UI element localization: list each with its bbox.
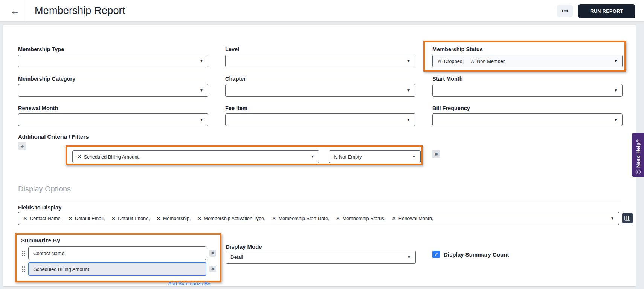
selected-tokens: ✕Contact Name, ✕Default Email, ✕Default …: [23, 216, 433, 221]
close-icon: ✖: [211, 251, 214, 255]
filter-label: Membership Category: [18, 75, 208, 82]
membership-type-dropdown[interactable]: ▼: [18, 55, 208, 67]
remove-token-icon[interactable]: ✕: [470, 58, 475, 64]
chevron-down-icon: ▼: [200, 59, 203, 63]
back-button[interactable]: ←: [7, 5, 23, 17]
selected-tokens: ✕Scheduled Billing Amount,: [77, 154, 140, 160]
remove-summarize-button[interactable]: ✖: [209, 250, 216, 257]
fee-item-dropdown[interactable]: ▼: [225, 113, 415, 126]
remove-token-icon[interactable]: ✕: [437, 58, 442, 64]
checkmark-icon: ✔: [434, 252, 438, 257]
summarize-by-label: Summarize By: [21, 237, 216, 244]
token-label: Non Member,: [477, 58, 506, 64]
chevron-down-icon: ▼: [614, 59, 618, 63]
filter-chapter: Chapter ▼: [225, 75, 415, 97]
token-membership-start-date: ✕Membership Start Date,: [272, 216, 330, 221]
close-icon: ✖: [211, 267, 214, 271]
filter-label: Start Month: [432, 75, 623, 82]
drag-handle-icon[interactable]: [22, 251, 25, 256]
token-label: Renewal Month,: [398, 216, 433, 221]
remove-criteria-button[interactable]: ✖: [432, 150, 440, 158]
back-arrow-icon: ←: [11, 6, 20, 16]
column-settings-button[interactable]: [622, 213, 633, 223]
chevron-down-icon: ▼: [200, 89, 203, 92]
filter-label: Bill Frequency: [432, 105, 623, 112]
filter-renewal-month: Renewal Month ▼: [18, 105, 208, 126]
chevron-down-icon: ▼: [614, 118, 618, 122]
add-summarize-by-link[interactable]: Add Summarize By: [168, 281, 210, 286]
token-label: Default Email,: [75, 216, 105, 221]
membership-status-dropdown[interactable]: ✕Dropped, ✕Non Member, ▼: [432, 55, 623, 67]
run-report-button[interactable]: RUN REPORT: [578, 4, 635, 18]
remove-token-icon[interactable]: ✕: [197, 216, 202, 221]
filter-label: Fee Item: [225, 105, 415, 112]
level-dropdown[interactable]: ▼: [225, 55, 415, 67]
membership-category-dropdown[interactable]: ▼: [18, 84, 208, 97]
report-criteria-panel: Membership Type ▼ Level ▼ Membership Sta…: [3, 25, 636, 286]
section-divider: [18, 200, 621, 200]
close-icon: ✖: [434, 152, 438, 156]
summarize-input-2[interactable]: Scheduled Billing Amount: [28, 262, 206, 276]
display-mode-dropdown[interactable]: Detail ▼: [226, 251, 416, 264]
need-help-tab[interactable]: Need Help?: [632, 133, 644, 177]
chevron-down-icon: ▼: [412, 155, 416, 159]
filter-membership-type: Membership Type ▼: [18, 46, 208, 67]
criteria-operator-dropdown[interactable]: Is Not Empty ▼: [329, 150, 421, 163]
criteria-highlight-box: ✕Scheduled Billing Amount, ▼ Is Not Empt…: [66, 145, 423, 165]
chevron-down-icon: ▼: [407, 59, 411, 63]
operator-value: Is Not Empty: [334, 154, 362, 160]
filter-membership-status: Membership Status ✕Dropped, ✕Non Member,…: [432, 46, 623, 67]
summarize-by-section: Summarize By Contact Name ✖ Scheduled Bi…: [15, 233, 221, 282]
remove-token-icon[interactable]: ✕: [23, 216, 27, 221]
summarize-row: Scheduled Billing Amount ✖: [20, 262, 216, 276]
display-mode-value: Detail: [230, 254, 243, 260]
remove-summarize-button[interactable]: ✖: [209, 266, 216, 272]
token-label: Contact Name,: [30, 216, 62, 221]
filter-label: Renewal Month: [18, 105, 208, 112]
token-membership: ✕Membership,: [156, 216, 191, 221]
token-membership-status: ✕Membership Status,: [336, 216, 386, 221]
chevron-down-icon: ▼: [311, 155, 314, 159]
filter-start-month: Start Month ▼: [432, 75, 623, 97]
display-summary-count-checkbox[interactable]: ✔: [432, 251, 440, 258]
token-label: Dropped,: [444, 58, 464, 64]
remove-token-icon[interactable]: ✕: [68, 216, 73, 221]
chevron-down-icon: ▼: [610, 217, 614, 220]
need-help-label: Need Help?: [635, 136, 641, 168]
chevron-down-icon: ▼: [200, 118, 203, 122]
token-label: Membership Start Date,: [278, 216, 329, 221]
renewal-month-dropdown[interactable]: ▼: [18, 113, 208, 126]
fields-to-display-label: Fields to Display: [18, 205, 61, 211]
bill-frequency-dropdown[interactable]: ▼: [432, 113, 623, 126]
filter-label: Membership Type: [18, 46, 208, 53]
remove-token-icon[interactable]: ✕: [392, 216, 396, 221]
drag-handle-icon[interactable]: [22, 266, 25, 272]
chapter-dropdown[interactable]: ▼: [225, 84, 415, 97]
remove-token-icon[interactable]: ✕: [111, 216, 116, 221]
more-options-button[interactable]: •••: [557, 5, 573, 17]
token-renewal-month: ✕Renewal Month,: [392, 216, 433, 221]
chevron-down-icon: ▼: [614, 89, 618, 92]
filter-label: Membership Status: [432, 46, 623, 53]
token-default-phone: ✕Default Phone,: [111, 216, 150, 221]
chevron-down-icon: ▼: [407, 255, 411, 259]
token-default-email: ✕Default Email,: [68, 216, 105, 221]
token-contact-name: ✕Contact Name,: [23, 216, 62, 221]
remove-token-icon[interactable]: ✕: [156, 216, 161, 221]
header-divider: [27, 0, 27, 22]
criteria-field-dropdown[interactable]: ✕Scheduled Billing Amount, ▼: [72, 150, 319, 163]
filter-bill-frequency: Bill Frequency ▼: [432, 105, 623, 126]
additional-criteria-label: Additional Criteria / Filters: [18, 133, 89, 140]
remove-token-icon[interactable]: ✕: [272, 216, 276, 221]
remove-token-icon[interactable]: ✕: [336, 216, 340, 221]
start-month-dropdown[interactable]: ▼: [432, 84, 623, 97]
fields-to-display-dropdown[interactable]: ✕Contact Name, ✕Default Email, ✕Default …: [18, 212, 619, 225]
summarize-row: Contact Name ✖: [20, 246, 216, 260]
token-label: Membership Status,: [342, 216, 385, 221]
remove-token-icon[interactable]: ✕: [77, 154, 82, 159]
token-membership-activation-type: ✕Membership Activation Type,: [197, 216, 266, 221]
filter-fee-item: Fee Item ▼: [225, 105, 415, 126]
token-scheduled-billing-amount: ✕Scheduled Billing Amount,: [77, 154, 140, 160]
add-criteria-button[interactable]: +: [18, 142, 26, 150]
summarize-input-1[interactable]: Contact Name: [28, 246, 206, 260]
